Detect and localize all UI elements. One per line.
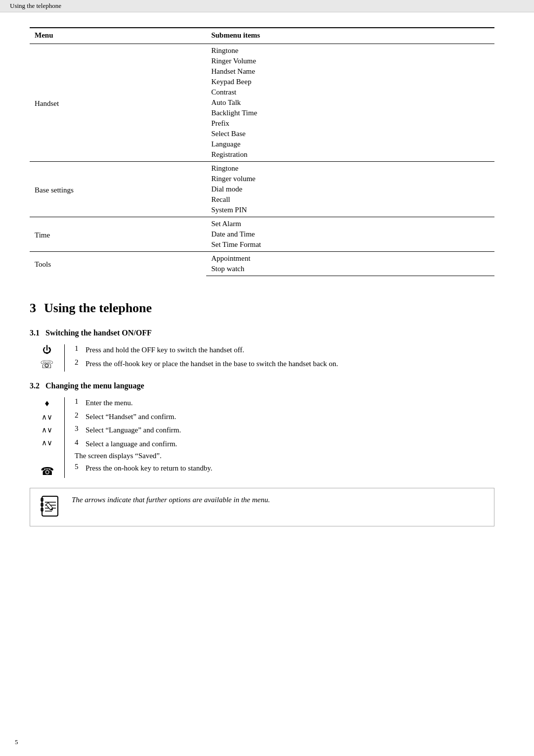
chapter-number: 3 (30, 301, 36, 316)
step-num-2: 2 (75, 358, 86, 370)
step-num-3-2-5: 5 (75, 463, 86, 474)
submenu-cell: Stop watch (206, 264, 494, 276)
submenu-cell: Backlight Time (206, 108, 494, 118)
menu-arrow-icon: ♦ (44, 398, 49, 409)
step-text-3-2-3: Select “Language” and confirm. (86, 425, 181, 436)
section-3-2-title: Changing the menu language (45, 381, 144, 390)
chapter-heading: 3 Using the telephone (30, 296, 494, 319)
header-text: Using the telephone (10, 2, 61, 9)
step-num-3-2-3: 3 (75, 425, 86, 436)
submenu-cell: Set Alarm (206, 217, 494, 230)
submenu-cell: Auto Talk (206, 97, 494, 108)
note-label: The (72, 496, 83, 504)
menu-cell: Tools (30, 252, 206, 276)
section-3-1-title: Switching the handset ON/OFF (45, 329, 152, 337)
submenu-cell: Date and Time (206, 229, 494, 239)
section-3-1-icons: ⏻ ☏ (30, 344, 64, 372)
submenu-cell: Ringtone (206, 162, 494, 174)
table-row: ToolsAppointment (30, 252, 494, 264)
section-3-1-block: ⏻ ☏ 1 Press and hold the OFF key to swit… (30, 344, 494, 372)
arrows-icon-3: ∧∨ (42, 438, 52, 447)
submenu-cell: Language (206, 139, 494, 149)
step-text-3-1-1: Press and hold the OFF key to switch the… (86, 344, 244, 356)
submenu-cell: Contrast (206, 87, 494, 97)
step-num-3-2-4: 4 (75, 438, 86, 450)
step-text-3-1-2: Press the off-hook key or place the hand… (86, 358, 338, 370)
section-3-2-block: ♦ ∧∨ ∧∨ ∧∨ ☎ 1 Enter the menu. 2 Select … (30, 397, 494, 478)
menu-cell: Handset (30, 44, 206, 162)
power-icon: ⏻ (43, 345, 51, 354)
menu-table: Menu Submenu items HandsetRingtoneRinger… (30, 27, 494, 276)
header-bar: Using the telephone (0, 0, 534, 12)
section-3-1-number: 3.1 (30, 329, 40, 337)
screen-message: The screen displays “Saved”. (75, 452, 494, 460)
page-number: 5 (15, 738, 18, 746)
submenu-cell: Set Time Format (206, 239, 494, 252)
arrows-icon-1: ∧∨ (42, 413, 52, 422)
submenu-cell: Keypad Beep (206, 77, 494, 87)
col-menu-header: Menu (30, 28, 206, 44)
submenu-cell: Prefix (206, 118, 494, 129)
step-text-3-2-1: Enter the menu. (86, 397, 133, 409)
submenu-cell: Ringer Volume (206, 56, 494, 66)
section-3-1-steps: 1 Press and hold the OFF key to switch t… (64, 344, 494, 372)
step-text-3-2-5: Press the on-hook key to return to stand… (86, 463, 213, 474)
submenu-cell: Registration (206, 149, 494, 162)
menu-cell: Time (30, 217, 206, 252)
note-box: The arrows indicate that further options… (30, 488, 494, 526)
section-3-2-heading: 3.2 Changing the menu language (30, 381, 494, 390)
submenu-cell: Dial mode (206, 184, 494, 194)
section-3-2-number: 3.2 (30, 381, 40, 390)
step-3-2-3: 3 Select “Language” and confirm. (75, 425, 494, 436)
table-row: TimeSet Alarm (30, 217, 494, 230)
chapter-title: Using the telephone (44, 301, 152, 316)
step-3-2-5: 5 Press the on-hook key to return to sta… (75, 463, 494, 474)
note-body-text: arrows indicate that further options are… (85, 496, 270, 504)
section-3-2-icons: ♦ ∧∨ ∧∨ ∧∨ ☎ (30, 397, 64, 478)
table-row: Base settingsRingtone (30, 162, 494, 174)
step-3-2-2: 2 Select “Handset” and confirm. (75, 411, 494, 423)
step-3-1-2: 2 Press the off-hook key or place the ha… (75, 358, 494, 370)
arrows-icon-2: ∧∨ (42, 425, 52, 434)
menu-cell: Base settings (30, 162, 206, 217)
step-3-2-1: 1 Enter the menu. (75, 397, 494, 409)
section-3-1-heading: 3.1 Switching the handset ON/OFF (30, 329, 494, 337)
submenu-cell: Handset Name (206, 66, 494, 77)
step-num-3-2-1: 1 (75, 397, 86, 409)
step-text-3-2-2: Select “Handset” and confirm. (86, 411, 176, 423)
note-svg-icon (38, 494, 62, 518)
step-3-1-1: 1 Press and hold the OFF key to switch t… (75, 344, 494, 356)
note-icon (38, 494, 62, 520)
svg-rect-8 (46, 503, 53, 510)
submenu-cell: Recall (206, 194, 494, 205)
step-num-1: 1 (75, 344, 86, 356)
table-row: HandsetRingtone (30, 44, 494, 56)
col-submenu-header: Submenu items (206, 28, 494, 44)
step-3-2-4: 4 Select a language and confirm. (75, 438, 494, 450)
section-3-2-steps: 1 Enter the menu. 2 Select “Handset” and… (64, 397, 494, 478)
submenu-cell: Ringer volume (206, 174, 494, 184)
submenu-cell: Appointment (206, 252, 494, 264)
submenu-cell: Select Base (206, 129, 494, 139)
step-num-3-2-2: 2 (75, 411, 86, 423)
page-content: Menu Submenu items HandsetRingtoneRinger… (0, 12, 534, 546)
note-text: The arrows indicate that further options… (72, 494, 270, 506)
offhook-icon: ☏ (40, 358, 54, 371)
step-text-3-2-4: Select a language and confirm. (86, 438, 177, 450)
submenu-cell: Ringtone (206, 44, 494, 56)
onhook-icon: ☎ (41, 465, 54, 478)
submenu-cell: System PIN (206, 205, 494, 217)
